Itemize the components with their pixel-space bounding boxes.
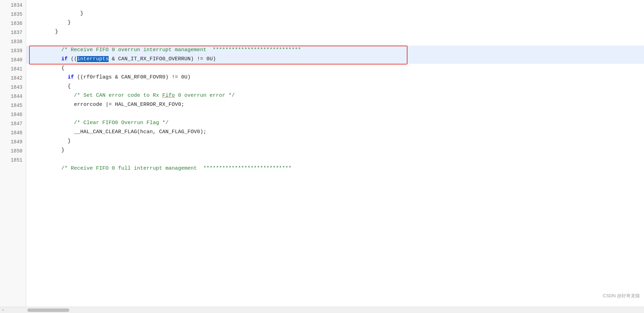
line-num-1841: 1841 xyxy=(0,64,26,73)
code-line-1837 xyxy=(26,27,644,36)
code-token: { xyxy=(55,83,71,89)
code-token: (( xyxy=(68,56,77,62)
code-token-interrupts: interrupts xyxy=(77,56,109,62)
editor-container: 1834 1835 1836 1837 1838 1839 1840 1841 … xyxy=(0,0,644,313)
code-token-if2: if xyxy=(68,74,74,80)
code-line-1850 xyxy=(26,146,644,155)
code-area: 1834 1835 1836 1837 1838 1839 1840 1841 … xyxy=(0,0,644,307)
code-token: /* Receive FIFO 0 overrun interrupt mana… xyxy=(55,47,301,53)
line-num-1848: 1848 xyxy=(0,128,26,137)
line-num-1845: 1845 xyxy=(0,100,26,109)
code-line-1841: if ((rf0rflags & CAN_RF0R_FOVR0) != 0U) xyxy=(26,64,644,73)
line-num-1840: 1840 xyxy=(0,55,26,64)
line-num-1836: 1836 xyxy=(0,18,26,27)
scrollbar-area[interactable]: ‹ xyxy=(0,307,644,313)
code-line-1851: /* Receive FIFO 0 full interrupt managem… xyxy=(26,155,644,164)
line-num-1844: 1844 xyxy=(0,91,26,100)
line-num-1839: 1839 xyxy=(0,46,26,55)
code-line-1836: } xyxy=(26,18,644,27)
code-token: } xyxy=(55,138,71,144)
line-num-1843: 1843 xyxy=(0,82,26,91)
code-line-1838: /* Receive FIFO 0 overrun interrupt mana… xyxy=(26,36,644,46)
code-line-1835: } xyxy=(26,9,644,18)
line-numbers: 1834 1835 1836 1837 1838 1839 1840 1841 … xyxy=(0,0,26,307)
code-token: /* Set CAN error code to Rx xyxy=(55,93,162,98)
code-token: /* Clear FIFO0 Overrun Flag */ xyxy=(55,120,169,126)
code-token: } xyxy=(55,20,71,26)
line-num-1846: 1846 xyxy=(0,109,26,118)
code-token: Fifo xyxy=(162,93,175,98)
scroll-left-icon[interactable]: ‹ xyxy=(2,308,4,313)
code-line-1834: } xyxy=(26,0,644,9)
code-token: ((rf0rflags & CAN_RF0R_FOVR0) != 0U) xyxy=(74,74,191,80)
code-token: } xyxy=(55,147,64,153)
code-token: __HAL_CAN_CLEAR_FLAG(hcan, CAN_FLAG_FOV0… xyxy=(55,129,206,135)
line-num-1834: 1834 xyxy=(0,0,26,9)
code-line-1843: /* Set CAN error code to Rx Fifo 0 overr… xyxy=(26,82,644,91)
code-token: 0 overrun error */ xyxy=(175,93,235,98)
line-num-1842: 1842 xyxy=(0,73,26,82)
line-num-1849: 1849 xyxy=(0,137,26,146)
line-num-1850: 1850 xyxy=(0,146,26,155)
code-content[interactable]: } } } /* Receive FIFO 0 overrun interrup… xyxy=(26,0,644,307)
code-line-1849: } xyxy=(26,137,644,146)
code-token: } xyxy=(55,29,58,35)
line-num-1837: 1837 xyxy=(0,27,26,36)
code-line-1846: /* Clear FIFO0 Overrun Flag */ xyxy=(26,109,644,118)
code-token-if: if xyxy=(61,56,68,62)
line-num-1835: 1835 xyxy=(0,9,26,18)
code-token: } xyxy=(55,11,83,16)
scrollbar-thumb[interactable] xyxy=(27,308,69,312)
line-num-1851: 1851 xyxy=(0,155,26,164)
code-token xyxy=(55,56,61,62)
line-num-1847: 1847 xyxy=(0,118,26,128)
code-token: errorcode |= HAL_CAN_ERROR_RX_FOV0; xyxy=(55,102,184,108)
code-token xyxy=(55,74,68,80)
code-token: & CAN_IT_RX_FIFO0_OVERRUN) != 0U) xyxy=(109,56,216,62)
code-token: { xyxy=(55,65,64,71)
line-num-1838: 1838 xyxy=(0,36,26,46)
code-token: /* Receive FIFO 0 full interrupt managem… xyxy=(55,165,292,171)
watermark: CSDN @好奇龙猫 xyxy=(603,293,640,299)
